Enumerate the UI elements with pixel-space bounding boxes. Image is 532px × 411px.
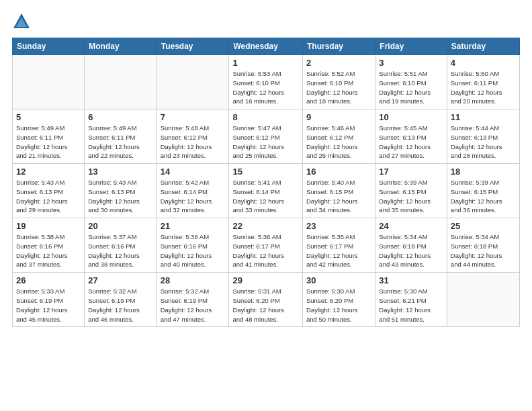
day-info: Sunrise: 5:51 AM Sunset: 6:10 PM Dayligh… <box>379 69 443 106</box>
week-row-2: 5Sunrise: 5:49 AM Sunset: 6:11 PM Daylig… <box>13 109 520 164</box>
day-info: Sunrise: 5:39 AM Sunset: 6:15 PM Dayligh… <box>379 178 443 215</box>
day-info: Sunrise: 5:47 AM Sunset: 6:12 PM Dayligh… <box>232 124 299 161</box>
calendar-cell: 19Sunrise: 5:38 AM Sunset: 6:16 PM Dayli… <box>13 218 85 273</box>
header <box>12 12 520 31</box>
day-info: Sunrise: 5:31 AM Sunset: 6:20 PM Dayligh… <box>232 287 299 324</box>
calendar-header-monday: Monday <box>85 38 157 55</box>
day-info: Sunrise: 5:32 AM Sunset: 6:19 PM Dayligh… <box>88 287 152 324</box>
day-info: Sunrise: 5:43 AM Sunset: 6:13 PM Dayligh… <box>16 178 81 215</box>
calendar-cell: 2Sunrise: 5:52 AM Sunset: 6:10 PM Daylig… <box>303 55 375 109</box>
calendar-cell: 31Sunrise: 5:30 AM Sunset: 6:21 PM Dayli… <box>375 273 447 327</box>
day-info: Sunrise: 5:39 AM Sunset: 6:15 PM Dayligh… <box>451 178 516 215</box>
day-number: 4 <box>451 58 516 68</box>
calendar-cell: 8Sunrise: 5:47 AM Sunset: 6:12 PM Daylig… <box>229 109 303 164</box>
calendar-cell: 24Sunrise: 5:34 AM Sunset: 6:18 PM Dayli… <box>375 218 447 273</box>
calendar-cell: 11Sunrise: 5:44 AM Sunset: 6:13 PM Dayli… <box>447 109 519 164</box>
day-number: 11 <box>451 112 516 122</box>
calendar-cell: 21Sunrise: 5:36 AM Sunset: 6:16 PM Dayli… <box>157 218 229 273</box>
calendar-cell: 25Sunrise: 5:34 AM Sunset: 6:18 PM Dayli… <box>447 218 519 273</box>
page: SundayMondayTuesdayWednesdayThursdayFrid… <box>0 0 532 411</box>
day-number: 17 <box>379 167 443 177</box>
calendar: SundayMondayTuesdayWednesdayThursdayFrid… <box>12 38 520 327</box>
day-number: 30 <box>306 275 371 285</box>
calendar-cell: 30Sunrise: 5:30 AM Sunset: 6:20 PM Dayli… <box>303 273 375 327</box>
calendar-cell: 5Sunrise: 5:49 AM Sunset: 6:11 PM Daylig… <box>13 109 85 164</box>
calendar-header-wednesday: Wednesday <box>229 38 303 55</box>
day-info: Sunrise: 5:34 AM Sunset: 6:18 PM Dayligh… <box>451 232 516 269</box>
day-info: Sunrise: 5:52 AM Sunset: 6:10 PM Dayligh… <box>306 69 371 106</box>
day-number: 6 <box>88 112 152 122</box>
day-info: Sunrise: 5:43 AM Sunset: 6:13 PM Dayligh… <box>88 178 152 215</box>
day-info: Sunrise: 5:40 AM Sunset: 6:15 PM Dayligh… <box>306 178 371 215</box>
day-number: 1 <box>232 58 299 68</box>
day-number: 25 <box>451 221 516 231</box>
day-info: Sunrise: 5:45 AM Sunset: 6:13 PM Dayligh… <box>379 124 443 161</box>
day-number: 29 <box>232 275 299 285</box>
day-number: 22 <box>232 221 299 231</box>
calendar-cell <box>85 55 157 109</box>
calendar-cell: 6Sunrise: 5:49 AM Sunset: 6:11 PM Daylig… <box>85 109 157 164</box>
day-number: 7 <box>161 112 226 122</box>
day-number: 19 <box>16 221 81 231</box>
calendar-cell: 7Sunrise: 5:48 AM Sunset: 6:12 PM Daylig… <box>157 109 229 164</box>
day-info: Sunrise: 5:48 AM Sunset: 6:12 PM Dayligh… <box>161 124 226 161</box>
calendar-cell: 1Sunrise: 5:53 AM Sunset: 6:10 PM Daylig… <box>229 55 303 109</box>
day-number: 31 <box>379 275 443 285</box>
day-info: Sunrise: 5:34 AM Sunset: 6:18 PM Dayligh… <box>379 232 443 269</box>
week-row-3: 12Sunrise: 5:43 AM Sunset: 6:13 PM Dayli… <box>13 164 520 218</box>
day-number: 20 <box>88 221 152 231</box>
calendar-cell: 16Sunrise: 5:40 AM Sunset: 6:15 PM Dayli… <box>303 164 375 218</box>
day-info: Sunrise: 5:36 AM Sunset: 6:16 PM Dayligh… <box>161 232 226 269</box>
day-number: 2 <box>306 58 371 68</box>
day-number: 23 <box>306 221 371 231</box>
calendar-cell: 29Sunrise: 5:31 AM Sunset: 6:20 PM Dayli… <box>229 273 303 327</box>
calendar-header-saturday: Saturday <box>447 38 519 55</box>
calendar-header-friday: Friday <box>375 38 447 55</box>
day-number: 28 <box>161 275 226 285</box>
calendar-header-tuesday: Tuesday <box>157 38 229 55</box>
day-number: 21 <box>161 221 226 231</box>
day-number: 13 <box>88 167 152 177</box>
calendar-cell: 4Sunrise: 5:50 AM Sunset: 6:11 PM Daylig… <box>447 55 519 109</box>
day-number: 10 <box>379 112 443 122</box>
day-info: Sunrise: 5:42 AM Sunset: 6:14 PM Dayligh… <box>161 178 226 215</box>
logo-icon <box>12 12 31 31</box>
calendar-header-sunday: Sunday <box>13 38 85 55</box>
day-number: 16 <box>306 167 371 177</box>
day-info: Sunrise: 5:53 AM Sunset: 6:10 PM Dayligh… <box>232 69 299 106</box>
day-info: Sunrise: 5:49 AM Sunset: 6:11 PM Dayligh… <box>88 124 152 161</box>
calendar-cell: 20Sunrise: 5:37 AM Sunset: 6:16 PM Dayli… <box>85 218 157 273</box>
day-info: Sunrise: 5:33 AM Sunset: 6:19 PM Dayligh… <box>16 287 81 324</box>
day-number: 14 <box>161 167 226 177</box>
day-number: 18 <box>451 167 516 177</box>
day-info: Sunrise: 5:38 AM Sunset: 6:16 PM Dayligh… <box>16 232 81 269</box>
calendar-cell: 26Sunrise: 5:33 AM Sunset: 6:19 PM Dayli… <box>13 273 85 327</box>
day-number: 5 <box>16 112 81 122</box>
day-info: Sunrise: 5:30 AM Sunset: 6:20 PM Dayligh… <box>306 287 371 324</box>
calendar-cell <box>447 273 519 327</box>
week-row-5: 26Sunrise: 5:33 AM Sunset: 6:19 PM Dayli… <box>13 273 520 327</box>
calendar-cell: 15Sunrise: 5:41 AM Sunset: 6:14 PM Dayli… <box>229 164 303 218</box>
day-number: 27 <box>88 275 152 285</box>
day-number: 9 <box>306 112 371 122</box>
day-info: Sunrise: 5:30 AM Sunset: 6:21 PM Dayligh… <box>379 287 443 324</box>
calendar-cell: 10Sunrise: 5:45 AM Sunset: 6:13 PM Dayli… <box>375 109 447 164</box>
calendar-cell: 27Sunrise: 5:32 AM Sunset: 6:19 PM Dayli… <box>85 273 157 327</box>
logo <box>12 12 34 31</box>
calendar-cell: 17Sunrise: 5:39 AM Sunset: 6:15 PM Dayli… <box>375 164 447 218</box>
day-info: Sunrise: 5:36 AM Sunset: 6:17 PM Dayligh… <box>232 232 299 269</box>
calendar-header-thursday: Thursday <box>303 38 375 55</box>
calendar-cell <box>157 55 229 109</box>
calendar-cell: 28Sunrise: 5:32 AM Sunset: 6:19 PM Dayli… <box>157 273 229 327</box>
day-number: 26 <box>16 275 81 285</box>
calendar-cell: 12Sunrise: 5:43 AM Sunset: 6:13 PM Dayli… <box>13 164 85 218</box>
day-info: Sunrise: 5:46 AM Sunset: 6:12 PM Dayligh… <box>306 124 371 161</box>
day-info: Sunrise: 5:49 AM Sunset: 6:11 PM Dayligh… <box>16 124 81 161</box>
calendar-cell: 22Sunrise: 5:36 AM Sunset: 6:17 PM Dayli… <box>229 218 303 273</box>
day-info: Sunrise: 5:41 AM Sunset: 6:14 PM Dayligh… <box>232 178 299 215</box>
calendar-cell: 14Sunrise: 5:42 AM Sunset: 6:14 PM Dayli… <box>157 164 229 218</box>
day-info: Sunrise: 5:35 AM Sunset: 6:17 PM Dayligh… <box>306 232 371 269</box>
day-number: 15 <box>232 167 299 177</box>
calendar-cell: 9Sunrise: 5:46 AM Sunset: 6:12 PM Daylig… <box>303 109 375 164</box>
day-info: Sunrise: 5:37 AM Sunset: 6:16 PM Dayligh… <box>88 232 152 269</box>
